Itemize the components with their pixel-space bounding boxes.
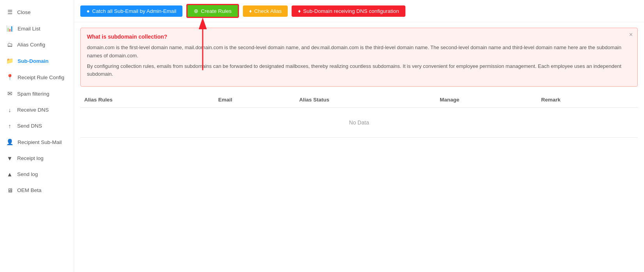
table-header: Alias RulesEmailAlias StatusManageRemark [80, 92, 638, 108]
sidebar-item-send-log[interactable]: ▲Send log [0, 166, 74, 182]
sub-domain-dns-button[interactable]: ♦Sub-Domain receiving DNS configuration [292, 5, 405, 17]
sidebar-icon-send-log: ▲ [6, 171, 13, 178]
sidebar-label-send-dns: Send DNS [17, 123, 42, 129]
sidebar-icon-receipt-rule-config: 📍 [6, 74, 14, 81]
info-box-paragraphs: domain.com is the first-level domain nam… [87, 44, 631, 78]
sidebar-item-spam-filtering[interactable]: ✉Spam filtering [0, 85, 74, 102]
sidebar-icon-receive-dns: ↓ [6, 107, 13, 113]
create-rules-label: Create Rules [201, 8, 232, 14]
table-col-alias-status: Alias Status [295, 92, 435, 108]
sidebar-icon-sub-domain: 📁 [6, 57, 14, 64]
sub-domain-dns-label: Sub-Domain receiving DNS configuration [303, 8, 399, 14]
sidebar-label-spam-filtering: Spam filtering [17, 91, 50, 97]
sidebar-label-close: Close [17, 9, 31, 15]
sidebar-label-receipt-rule-config: Receipt Rule Config [18, 75, 64, 80]
sidebar-label-receive-dns: Receive DNS [17, 107, 49, 113]
table-no-data-cell: No Data [80, 108, 638, 138]
sidebar-label-email-list: Email List [18, 26, 41, 32]
sidebar-icon-close: ☰ [6, 9, 13, 16]
alias-table: Alias RulesEmailAlias StatusManageRemark… [80, 92, 638, 138]
info-box: × What is subdomain collection? domain.c… [80, 28, 638, 87]
table-area: Alias RulesEmailAlias StatusManageRemark… [74, 92, 644, 272]
sidebar-icon-receipt-log: ▼ [6, 155, 13, 162]
info-box-paragraph-1: By configuring collection rules, emails … [87, 62, 631, 79]
sidebar-icon-recipient-sub-mail: 👤 [6, 139, 14, 146]
sidebar: ☰Close📊Email List🗂Alias Config📁Sub-Domai… [0, 0, 74, 272]
main-content: ●Catch all Sub-Email by Admin-Email⊕Crea… [74, 0, 644, 272]
sidebar-label-recipient-sub-mail: Recipient Sub-Mail [18, 139, 62, 145]
sidebar-icon-email-list: 📊 [6, 25, 14, 32]
sidebar-label-receipt-log: Receipt log [17, 155, 44, 161]
check-alias-icon: ♦ [249, 8, 252, 14]
check-alias-button[interactable]: ♦Check Alias [243, 5, 288, 17]
sidebar-icon-oem-beta: 🖥 [6, 187, 13, 194]
sidebar-label-sub-domain: Sub-Domain [18, 58, 49, 64]
info-box-close-button[interactable]: × [629, 31, 633, 38]
sidebar-item-receive-dns[interactable]: ↓Receive DNS [0, 102, 74, 118]
sub-domain-dns-icon: ♦ [298, 8, 301, 14]
sidebar-icon-send-dns: ↑ [6, 123, 13, 129]
table-no-data-row: No Data [80, 108, 638, 138]
create-rules-icon: ⊕ [194, 8, 198, 14]
check-alias-label: Check Alias [254, 8, 282, 14]
create-rules-button[interactable]: ⊕Create Rules [186, 4, 239, 18]
sidebar-item-send-dns[interactable]: ↑Send DNS [0, 118, 74, 134]
table-header-row: Alias RulesEmailAlias StatusManageRemark [80, 92, 638, 108]
catch-all-button[interactable]: ●Catch all Sub-Email by Admin-Email [80, 5, 182, 17]
sidebar-item-alias-config[interactable]: 🗂Alias Config [0, 37, 74, 53]
table-col-manage: Manage [436, 92, 537, 108]
table-col-email: Email [214, 92, 295, 108]
sidebar-item-sub-domain[interactable]: 📁Sub-Domain [0, 53, 74, 69]
info-box-paragraph-0: domain.com is the first-level domain nam… [87, 44, 631, 60]
table-col-alias-rules: Alias Rules [80, 92, 214, 108]
sidebar-icon-alias-config: 🗂 [6, 41, 13, 48]
sidebar-item-recipient-sub-mail[interactable]: 👤Recipient Sub-Mail [0, 134, 74, 150]
sidebar-item-receipt-rule-config[interactable]: 📍Receipt Rule Config [0, 69, 74, 85]
sidebar-label-oem-beta: OEM Beta [17, 187, 41, 193]
table-body: No Data [80, 108, 638, 138]
sidebar-label-alias-config: Alias Config [17, 42, 45, 48]
table-col-remark: Remark [537, 92, 638, 108]
catch-all-icon: ● [87, 8, 90, 14]
sidebar-label-send-log: Send log [17, 171, 38, 177]
sidebar-item-email-list[interactable]: 📊Email List [0, 20, 74, 37]
sidebar-item-oem-beta[interactable]: 🖥OEM Beta [0, 182, 74, 198]
sidebar-icon-spam-filtering: ✉ [6, 90, 13, 97]
catch-all-label: Catch all Sub-Email by Admin-Email [92, 8, 176, 14]
info-box-title: What is subdomain collection? [87, 34, 631, 40]
sidebar-item-close[interactable]: ☰Close [0, 4, 74, 20]
toolbar: ●Catch all Sub-Email by Admin-Email⊕Crea… [74, 0, 644, 22]
sidebar-item-receipt-log[interactable]: ▼Receipt log [0, 150, 74, 166]
